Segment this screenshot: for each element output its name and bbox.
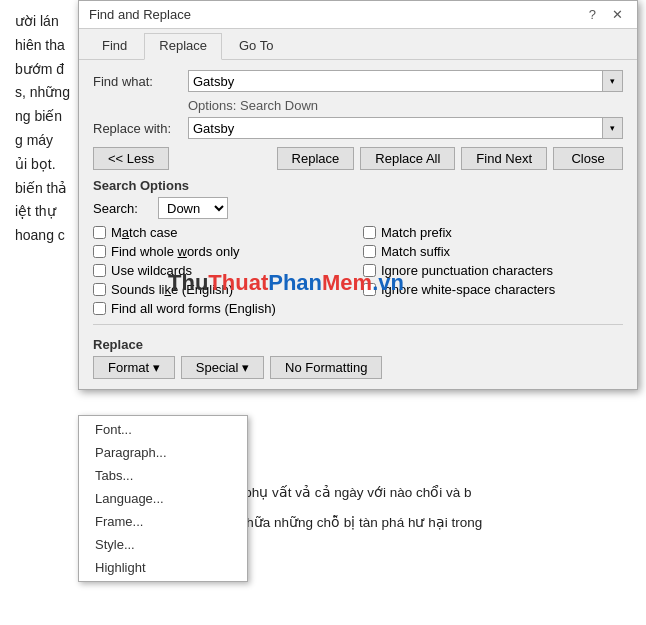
tab-find[interactable]: Find (87, 33, 142, 59)
menu-item-font[interactable]: Font... (79, 418, 247, 441)
use-wildcards-checkbox[interactable]: Use wildcards (93, 263, 353, 278)
find-label: Find what: (93, 74, 188, 89)
tab-goto[interactable]: Go To (224, 33, 288, 59)
format-dropdown-menu: Font... Paragraph... Tabs... Language...… (78, 415, 248, 582)
replace-section: Replace Format ▾ Special ▾ No Formatting (93, 324, 623, 379)
options-label: Options: Search Down (188, 98, 623, 113)
search-options-label: Search Options (93, 178, 623, 193)
replace-label: Replace with: (93, 121, 188, 136)
ignore-punctuation-checkbox[interactable]: Ignore punctuation characters (363, 263, 623, 278)
replace-section-label: Replace (93, 337, 623, 352)
menu-item-style[interactable]: Style... (79, 533, 247, 556)
format-button[interactable]: Format ▾ (93, 356, 175, 379)
sounds-like-checkbox[interactable]: Sounds like (English) (93, 282, 353, 297)
search-direction-row: Search: Down Up All (93, 197, 623, 219)
replace-button[interactable]: Replace (277, 147, 355, 170)
tab-replace[interactable]: Replace (144, 33, 222, 60)
dialog-title: Find and Replace (89, 7, 191, 22)
format-buttons-row: Format ▾ Special ▾ No Formatting (93, 356, 623, 379)
dialog-titlebar: Find and Replace ? ✕ (79, 1, 637, 29)
menu-item-frame[interactable]: Frame... (79, 510, 247, 533)
dialog-tabs: Find Replace Go To (79, 29, 637, 60)
menu-item-tabs[interactable]: Tabs... (79, 464, 247, 487)
special-button[interactable]: Special ▾ (181, 356, 264, 379)
find-all-forms-checkbox[interactable]: Find all word forms (English) (93, 301, 353, 316)
close-button[interactable]: ✕ (608, 7, 627, 22)
ignore-whitespace-checkbox[interactable]: Ignore white-space characters (363, 282, 623, 297)
find-input[interactable] (188, 70, 603, 92)
replace-dropdown-arrow[interactable]: ▾ (603, 117, 623, 139)
find-replace-dialog: Find and Replace ? ✕ Find Replace Go To … (78, 0, 638, 620)
find-next-button[interactable]: Find Next (461, 147, 547, 170)
menu-item-paragraph[interactable]: Paragraph... (79, 441, 247, 464)
help-button[interactable]: ? (585, 7, 600, 22)
search-label: Search: (93, 201, 158, 216)
replace-all-button[interactable]: Replace All (360, 147, 455, 170)
less-button[interactable]: << Less (93, 147, 169, 170)
replace-input[interactable] (188, 117, 603, 139)
find-dropdown-arrow[interactable]: ▾ (603, 70, 623, 92)
match-case-checkbox[interactable]: Match case (93, 225, 353, 240)
match-prefix-checkbox[interactable]: Match prefix (363, 225, 623, 240)
no-formatting-button[interactable]: No Formatting (270, 356, 382, 379)
find-what-row: Find what: ▾ (93, 70, 623, 92)
replace-with-row: Replace with: ▾ (93, 117, 623, 139)
match-suffix-checkbox[interactable]: Match suffix (363, 244, 623, 259)
search-select[interactable]: Down Up All (158, 197, 228, 219)
close-dialog-button[interactable]: Close (553, 147, 623, 170)
menu-item-highlight[interactable]: Highlight (79, 556, 247, 579)
menu-item-language[interactable]: Language... (79, 487, 247, 510)
action-buttons: << Less Replace Replace All Find Next Cl… (93, 147, 623, 170)
checkboxes-grid: Match case Match prefix Find whole words… (93, 225, 623, 316)
find-whole-words-checkbox[interactable]: Find whole words only (93, 244, 353, 259)
